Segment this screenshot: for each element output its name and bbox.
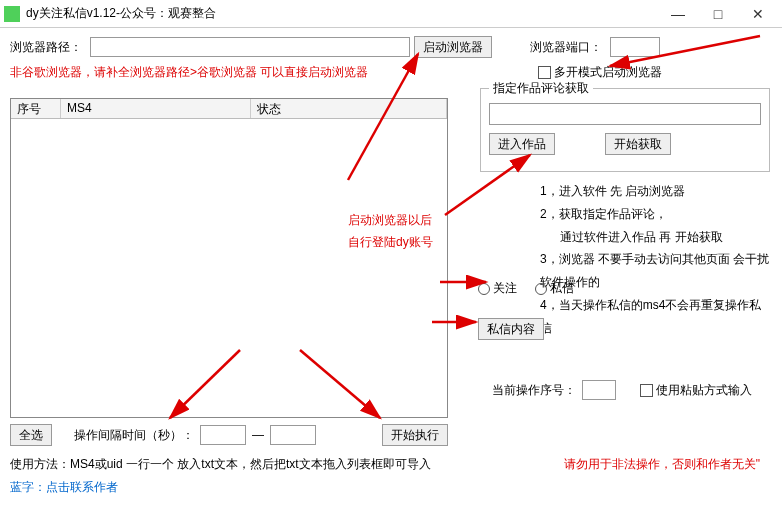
enter-product-button[interactable]: 进入作品 [489,133,555,155]
col-status: 状态 [251,99,447,118]
login-note: 启动浏览器以后 自行登陆dy账号 [348,210,433,253]
instructions: 1，进入软件 先 启动浏览器 2，获取指定作品评论， 通过软件进入作品 再 开始… [540,180,772,340]
usage-text: 使用方法：MS4或uid 一行一个 放入txt文本，然后把txt文本拖入列表框即… [10,456,431,473]
interval-from-input[interactable] [200,425,246,445]
dm-content-button[interactable]: 私信内容 [478,318,544,340]
start-fetch-button[interactable]: 开始获取 [605,133,671,155]
current-index-label: 当前操作序号： [492,382,576,399]
radio-follow[interactable]: 关注 [478,280,517,297]
bottom-controls: 全选 操作间隔时间（秒）： — 开始执行 [10,424,448,446]
table-header: 序号 MS4 状态 [11,99,447,119]
step-3: 3，浏览器 不要手动去访问其他页面 会干扰软件操作的 [540,248,772,294]
current-index-input[interactable] [582,380,616,400]
fetch-comments-group: 指定作品评论获取 进入作品 开始获取 [480,88,770,172]
login-note-2: 自行登陆dy账号 [348,232,433,254]
window-buttons: — □ ✕ [658,2,778,26]
radio-icon [535,283,547,295]
step-2: 2，获取指定作品评论， [540,203,772,226]
data-table[interactable]: 序号 MS4 状态 [10,98,448,418]
col-index: 序号 [11,99,61,118]
step-2b: 通过软件进入作品 再 开始获取 [540,226,772,249]
step-4: 4，当天操作私信的ms4不会再重复操作私信 [540,294,772,340]
close-button[interactable]: ✕ [738,2,778,26]
group-title: 指定作品评论获取 [489,80,593,97]
browser-path-input[interactable] [90,37,410,57]
step-1: 1，进入软件 先 启动浏览器 [540,180,772,203]
radio-dm[interactable]: 私信 [535,280,574,297]
interval-to-input[interactable] [270,425,316,445]
maximize-button[interactable]: □ [698,2,738,26]
paste-mode-label: 使用粘贴方式输入 [656,382,752,399]
mode-radios: 关注 私信 [478,280,574,297]
dash: — [252,428,264,442]
warning-text: 请勿用于非法操作，否则和作者无关" [564,456,760,473]
minimize-button[interactable]: — [658,2,698,26]
window-title: dy关注私信v1.12-公众号：观赛整合 [26,5,658,22]
login-note-1: 启动浏览器以后 [348,210,433,232]
product-url-input[interactable] [489,103,761,125]
select-all-button[interactable]: 全选 [10,424,52,446]
browser-note: 非谷歌浏览器，请补全浏览器路径>谷歌浏览器 可以直接启动浏览器 [10,64,368,81]
app-icon [4,6,20,22]
interval-label: 操作间隔时间（秒）： [74,427,194,444]
current-index-row: 当前操作序号： 使用粘贴方式输入 [492,380,752,400]
col-ms4: MS4 [61,99,251,118]
start-exec-button[interactable]: 开始执行 [382,424,448,446]
titlebar: dy关注私信v1.12-公众号：观赛整合 — □ ✕ [0,0,782,28]
checkbox-icon [640,384,653,397]
browser-path-label: 浏览器路径： [10,39,82,56]
contact-link[interactable]: 蓝字：点击联系作者 [10,479,770,496]
radio-icon [478,283,490,295]
footer: 使用方法：MS4或uid 一行一个 放入txt文本，然后把txt文本拖入列表框即… [10,456,770,496]
paste-mode-checkbox[interactable]: 使用粘贴方式输入 [640,382,752,399]
